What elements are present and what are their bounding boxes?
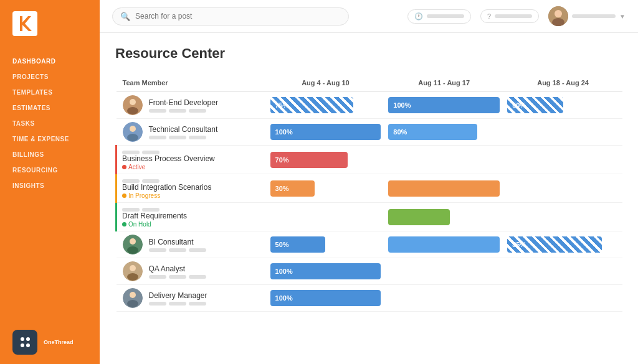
bar-cell-week3 (503, 119, 622, 146)
project-cell: Business Process Overview Active (122, 149, 260, 170)
progress-bar (388, 209, 449, 225)
bar-cell-week3 (503, 174, 622, 203)
empty-bar (388, 152, 500, 168)
bar-label: 100% (275, 268, 293, 275)
empty-bar (270, 209, 381, 225)
avatar-image (548, 6, 568, 26)
table-row: Build Integration Scenarios In Progress … (117, 174, 623, 203)
main-content: 🔍 🕐 ? (100, 0, 638, 364)
bar-label: 100% (275, 128, 293, 136)
member-name: Front-End Developer (149, 98, 218, 107)
bar-cell-week2 (384, 285, 503, 312)
project-cell: Build Integration Scenarios In Progress (122, 177, 260, 199)
k-logo-icon (12, 11, 37, 36)
bar-label: 50% (275, 241, 289, 248)
sidebar-item-dashboard[interactable]: Dashboard (0, 54, 100, 69)
project-cell: Draft Requirements On Hold (122, 206, 260, 228)
progress-bar: 85% (507, 236, 602, 253)
avatar (123, 122, 143, 142)
chevron-down-icon[interactable]: ▼ (619, 13, 626, 20)
member-cell: BI Consultant (123, 235, 260, 254)
member-info: Front-End Developer (149, 98, 218, 113)
member-cell: Front-End Developer (123, 95, 260, 115)
bar-cell-week3 (503, 146, 622, 174)
svg-point-13 (130, 265, 136, 271)
bar-cell-week2 (384, 258, 503, 285)
topbar-user[interactable]: ▼ (548, 6, 626, 26)
page-content: Resource Center Team Member Aug 4 - Aug … (100, 33, 638, 364)
bar-cell-week1: 100% (267, 258, 385, 285)
sidebar-item-projects[interactable]: Projects (0, 69, 100, 85)
progress-bar: 30% (270, 180, 315, 197)
col-header-week1: Aug 4 - Aug 10 (267, 74, 385, 92)
sidebar-item-billings[interactable]: Billings (0, 147, 100, 162)
member-cell: QA Analyst (123, 261, 260, 281)
bar-cell-week2 (384, 231, 503, 258)
empty-bar (388, 263, 500, 279)
table-row: Draft Requirements On Hold (117, 203, 623, 231)
search-box[interactable]: 🔍 (112, 7, 349, 26)
bar-cell-week2 (384, 146, 503, 174)
progress-bar: 100% (270, 124, 381, 140)
bar-label: 70% (275, 156, 289, 164)
sidebar-item-resourcing[interactable]: Resourcing (0, 162, 100, 178)
bar-cell-week1: 100% (267, 285, 385, 312)
bar-cell-week1: 75% (267, 92, 385, 119)
sidebar-item-templates[interactable]: Templates (0, 85, 100, 100)
sidebar-item-insights[interactable]: Insights (0, 178, 100, 194)
progress-bar: 50% (270, 236, 326, 253)
svg-point-11 (127, 246, 138, 254)
project-name: Draft Requirements (122, 212, 260, 220)
bar-cell-week1: 100% (267, 119, 385, 146)
sidebar-navigation: Dashboard Projects Templates Estimates T… (0, 47, 100, 320)
table-header-row: Team Member Aug 4 - Aug 10 Aug 11 - Aug … (117, 74, 623, 92)
member-sub (149, 136, 218, 139)
bar-label: 30% (275, 185, 289, 192)
bar-label: 85% (512, 241, 526, 248)
table-row: Technical Consultant 100% 80% (117, 119, 623, 146)
sidebar-item-tasks[interactable]: Tasks (0, 116, 100, 131)
table-row: Business Process Overview Active 70% (117, 146, 623, 174)
bar-label: 75% (275, 101, 289, 109)
bar-cell-week3 (503, 258, 622, 285)
member-info: Delivery Manager (149, 291, 207, 306)
svg-point-16 (130, 292, 136, 298)
bar-cell-week1 (267, 203, 385, 231)
member-name: Delivery Manager (149, 291, 207, 300)
avatar (548, 6, 568, 26)
bar-label: 50% (512, 101, 526, 109)
progress-bar: 80% (388, 124, 477, 140)
svg-point-17 (127, 300, 138, 307)
progress-bar: 70% (270, 152, 348, 168)
bar-cell-week1: 30% (267, 174, 385, 203)
topbar-help-pill[interactable]: ? (480, 9, 539, 23)
member-info: BI Consultant (149, 238, 206, 252)
col-header-week2: Aug 11 - Aug 17 (384, 74, 503, 92)
bar-cell-week3: 85% (503, 231, 622, 258)
progress-bar: 75% (270, 97, 353, 113)
member-sub (149, 248, 206, 252)
bar-cell-week3 (503, 203, 622, 231)
svg-point-8 (127, 134, 138, 141)
sidebar-item-estimates[interactable]: Estimates (0, 100, 100, 116)
empty-bar (507, 263, 619, 279)
bar-cell-week2 (384, 174, 503, 203)
member-sub (149, 275, 206, 279)
sidebar-item-time-expense[interactable]: Time & Expense (0, 131, 100, 147)
search-input[interactable] (135, 12, 341, 21)
user-name-bar (572, 14, 616, 18)
empty-bar (507, 180, 619, 197)
topbar: 🔍 🕐 ? (100, 0, 638, 33)
topbar-pill-bar (427, 14, 464, 18)
progress-bar: 50% (507, 97, 563, 113)
empty-bar (507, 209, 619, 225)
topbar-clock-pill[interactable]: 🕐 (407, 9, 471, 24)
avatar (123, 288, 143, 308)
avatar (123, 95, 143, 115)
member-sub (149, 302, 207, 306)
progress-bar (388, 180, 500, 197)
progress-bar: 100% (388, 97, 500, 113)
search-icon: 🔍 (120, 12, 130, 21)
member-cell: Technical Consultant (123, 122, 260, 142)
progress-bar: 100% (270, 263, 381, 279)
